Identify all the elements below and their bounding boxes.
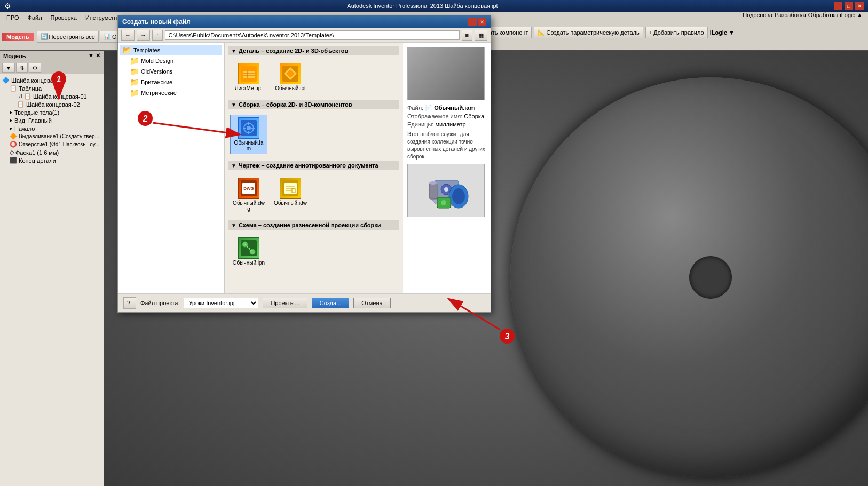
collapse-icon-assembly: ▼ xyxy=(231,102,236,108)
folder-item-british[interactable]: 📁 Британские xyxy=(128,77,222,87)
project-file-select[interactable]: Уроки Inventor.ipj xyxy=(184,298,258,308)
template-obychny-ipn[interactable]: Обычный.ipn xyxy=(230,235,267,268)
tree-item-main[interactable]: 🔷 Шайба концевая xyxy=(2,76,101,84)
view-list-btn[interactable]: ≡ xyxy=(462,30,472,41)
tree-icon-end: ⬛ xyxy=(10,157,17,164)
cancel-button[interactable]: Отмена xyxy=(353,298,390,308)
collapse-icon-schema: ▼ xyxy=(231,222,236,228)
info-file-label: Файл: xyxy=(407,105,423,111)
menu-file[interactable]: Файл xyxy=(23,13,46,22)
update-icon: 📊 xyxy=(104,33,111,40)
template-obychny-idw[interactable]: Обычный.idw xyxy=(272,176,309,214)
toolbar-btn-rebuild-all[interactable]: 🔄 Перестроить все xyxy=(37,31,99,43)
info-display-value: Сборка xyxy=(464,113,484,119)
close-button-main[interactable]: ✕ xyxy=(855,2,864,10)
panel-title: Модель xyxy=(3,53,26,59)
dialog-footer: ? Файл проекта: Уроки Inventor.ipj Проек… xyxy=(118,293,491,312)
dialog-minimize[interactable]: − xyxy=(468,18,477,26)
menu-check[interactable]: Проверка xyxy=(46,13,81,22)
rebuild-icon: 🔄 xyxy=(41,33,48,40)
tree-icon-extrude: 🔶 xyxy=(10,133,17,140)
section-header-schema[interactable]: ▼ Схема – создание разнесенной проекции … xyxy=(228,220,399,230)
ilogic-label: iLogic ▼ xyxy=(710,29,735,36)
folder-icon-oldversions: 📁 xyxy=(130,67,139,76)
folder-icon-molddesign: 📁 xyxy=(130,57,139,65)
view-tile-btn[interactable]: ▦ xyxy=(475,30,487,41)
btn-create-parametric[interactable]: 📐 Создать параметрическую деталь xyxy=(534,27,643,38)
obychny-iam-icon xyxy=(238,117,259,139)
folder-item-templates[interactable]: 📂 Templates xyxy=(120,45,222,55)
model-tree: 🔷 Шайба концевая 📋 Таблица ☑ 📋 Шайба кон… xyxy=(0,74,104,486)
ilogic-top-label: iLogic ▲ xyxy=(840,12,863,18)
info-file-name: Обычный.iam xyxy=(434,105,475,111)
section-header-drawing[interactable]: ▼ Чертеж – создание аннотированного доку… xyxy=(228,161,399,170)
panel-controls: ▼ ✕ xyxy=(88,52,100,59)
dialog-body: 📂 Templates 📁 Mold Design 📁 OldVersions … xyxy=(118,43,491,293)
tree-icon-02: 📋 xyxy=(17,101,25,108)
settings-btn[interactable]: ⚙ xyxy=(29,63,41,73)
info-units-row: Единицы: миллиметр xyxy=(407,121,486,128)
folder-icon-metric: 📁 xyxy=(130,89,139,97)
section-detail-grid: ЛистМет.ipt Обычный.ipt xyxy=(228,59,399,95)
tree-icon-view: ▸ xyxy=(10,117,13,124)
question-icon: ? xyxy=(127,300,130,306)
display-label: Подоснова xyxy=(743,12,772,18)
obychny-dwg-label: Обычный.dwg xyxy=(232,200,265,212)
nav-forward-btn[interactable]: → xyxy=(137,30,150,41)
section-header-assembly[interactable]: ▼ Сборка – сборка 2D- и 3D-компонентов xyxy=(228,100,399,109)
left-panel: Модель ▼ ✕ ▼ ⇅ ⚙ 🔷 Шайба концевая 📋 Табл… xyxy=(0,51,104,486)
svg-point-38 xyxy=(429,181,437,185)
parametric-icon: 📐 xyxy=(538,29,545,36)
folder-item-molddesign[interactable]: 📁 Mold Design xyxy=(128,55,222,66)
tree-item-view[interactable]: ▸ Вид: Главный xyxy=(10,116,101,124)
section-assembly-grid: Обычный.iam xyxy=(228,113,399,156)
tree-item-shayba-01[interactable]: ☑ 📋 Шайба концевая-01 xyxy=(17,92,101,100)
maximize-button[interactable]: □ xyxy=(845,2,853,10)
menu-pro[interactable]: ПРО xyxy=(2,13,23,22)
obychny-dwg-icon: DWG xyxy=(238,178,259,199)
folder-item-oldversions[interactable]: 📁 OldVersions xyxy=(128,66,222,77)
minimize-button[interactable]: − xyxy=(834,2,842,10)
assembly-preview xyxy=(407,164,485,217)
develop-label: Разработка xyxy=(775,12,806,18)
folder-open-icon: 📂 xyxy=(122,46,131,54)
create-button[interactable]: Созда... xyxy=(312,298,349,308)
sort-btn[interactable]: ⇅ xyxy=(16,63,28,73)
tree-item-shayba-02[interactable]: 📋 Шайба концевая-02 xyxy=(17,100,101,108)
info-units-value: миллиметр xyxy=(435,121,465,128)
obrabotka-label: Обработка xyxy=(808,12,838,18)
nav-back-btn[interactable]: ← xyxy=(121,30,135,41)
tree-item-start[interactable]: ▸ Начало xyxy=(10,124,101,132)
tree-item-hole[interactable]: ⭕ Отверстие1 (Ød1 Насквозь Глу... xyxy=(10,140,101,148)
tree-item-extrude[interactable]: 🔶 Выдавливание1 (Создать твер... xyxy=(10,132,101,140)
disc-shape xyxy=(510,77,868,477)
template-obychny-dwg[interactable]: DWG Обычный.dwg xyxy=(230,176,267,214)
section-schema-grid: Обычный.ipn xyxy=(228,233,399,270)
tree-item-table[interactable]: 📋 Таблица xyxy=(10,84,101,92)
tree-item-end[interactable]: ⬛ Конец детали xyxy=(10,156,101,164)
template-obychny-iam[interactable]: Обычный.iam xyxy=(230,115,267,154)
obychny-ipt-label: Обычный.ipt xyxy=(275,85,306,91)
nav-up-btn[interactable]: ↑ xyxy=(152,30,163,41)
folder-item-metric[interactable]: 📁 Метрические xyxy=(128,87,222,98)
template-obychny-ipt[interactable]: Обычный.ipt xyxy=(272,61,309,93)
listmet-label: ЛистМет.ipt xyxy=(235,85,263,91)
preview-image-top xyxy=(407,47,485,100)
filter-btn[interactable]: ▼ xyxy=(2,63,15,73)
dialog-close-btn[interactable]: ✕ xyxy=(478,18,486,26)
section-drawing-grid: DWG Обычный.dwg xyxy=(228,173,399,216)
tree-item-chamfer[interactable]: ◇ Фаска1 (1,6 мм) xyxy=(10,148,101,156)
tree-icon-solid: ▸ xyxy=(10,109,13,116)
disc-center-hole xyxy=(689,256,732,299)
title-bar: ⚙ Autodesk Inventor Professional 2013 Ша… xyxy=(0,0,868,12)
obychny-ipn-icon xyxy=(238,237,259,259)
template-listmet-ipt[interactable]: ЛистМет.ipt xyxy=(230,61,267,93)
svg-point-10 xyxy=(247,126,251,130)
help-button[interactable]: ? xyxy=(123,297,136,309)
section-header-detail[interactable]: ▼ Деталь – создание 2D- и 3D-объектов xyxy=(228,46,399,55)
tree-item-solid[interactable]: ▸ Твердые тела(1) xyxy=(10,108,101,116)
projects-button[interactable]: Проекты... xyxy=(263,298,307,308)
btn-add-rule[interactable]: + Добавить правило xyxy=(645,27,708,38)
tree-icon-start: ▸ xyxy=(10,125,13,132)
folder-icon-british: 📁 xyxy=(130,78,139,86)
